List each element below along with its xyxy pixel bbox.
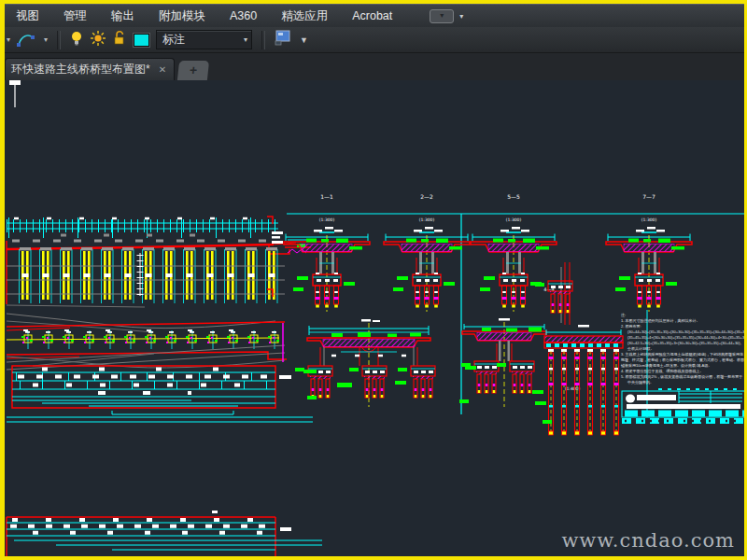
watermark: www.cndao.com (561, 529, 735, 552)
section-scale-3: (1:300) (506, 217, 522, 222)
drawing-tab-active[interactable]: 环快速路主线桥桥型布置图* ✕ (5, 58, 175, 80)
drawing-canvas[interactable]: 1—1 2—2 5—5 7—7 (1:300) (1:300) (1:300) … (5, 80, 744, 556)
spline-icon-glyph (17, 32, 37, 48)
section-label-1: 1—1 (320, 193, 333, 200)
detached-pile-group (535, 281, 572, 313)
section-scale-2: (1:300) (419, 217, 435, 222)
section-label-3: 5—5 (507, 193, 520, 200)
lightbulb-icon[interactable] (70, 30, 83, 50)
menu-item-view[interactable]: 视图 (16, 8, 39, 24)
cross-section-pile-bent (535, 325, 623, 435)
cross-section-mushroom (459, 318, 546, 407)
sun-icon[interactable] (90, 30, 106, 50)
quick-toolbar: ▾ ▾ (5, 27, 744, 53)
toolbar-separator (57, 31, 61, 49)
section-label-2: 2—2 (420, 193, 433, 200)
cross-section-4 (561, 227, 692, 325)
sub-section-scale: (1:400) (565, 386, 581, 391)
cross-section-3 (471, 227, 557, 312)
sun-glyph (90, 30, 106, 47)
monitor-glyph (275, 30, 291, 46)
application-frame: 视图 管理 输出 附加模块 A360 精选应用 Acrobat ▾ ▾ ▾ ▾ (5, 4, 744, 556)
drawing-tab-label: 环快速路主线桥桥型布置图* (11, 62, 150, 77)
section-scale-1: (1:300) (319, 217, 335, 222)
section-scale-4: (1:300) (641, 217, 657, 222)
drawing-notes: 注: 1. 本图尺寸除注明外均以厘米计，高程以米计。 2. 桥跨布置: (30+… (621, 313, 744, 385)
span-table-upper (7, 366, 313, 422)
unlock-icon[interactable] (113, 30, 127, 49)
cursor-artifact (9, 80, 21, 107)
toolbar-overflow-chevron-icon[interactable]: ▼ (300, 35, 308, 45)
monitor-icon[interactable] (275, 30, 291, 49)
color-swatch-cyan[interactable] (134, 34, 149, 47)
elevation-view (7, 217, 313, 332)
menu-item-featured-apps[interactable]: 精选应用 (281, 8, 328, 24)
menu-bar: 视图 管理 输出 附加模块 A360 精选应用 Acrobat ▾ ▾ (5, 4, 744, 27)
span-table-bottom (7, 511, 322, 556)
menu-item-output[interactable]: 输出 (111, 8, 134, 24)
tab-close-icon[interactable]: ✕ (159, 64, 166, 75)
ribbon-minimize-caret-icon[interactable]: ▾ (459, 12, 463, 21)
combo-arrow-icon[interactable]: ▾ (244, 35, 247, 44)
cross-section-2 (384, 227, 470, 312)
toolbar-separator (261, 31, 265, 49)
menu-item-acrobat[interactable]: Acrobat (352, 9, 392, 22)
autocad-window: { "window": { "frame_color": "#f5e400", … (0, 0, 747, 560)
section-label-4: 7—7 (642, 193, 655, 200)
unlock-glyph (113, 30, 127, 46)
annotation-layer-combobox[interactable]: 标注 ▾ (156, 30, 252, 49)
lightbulb-glyph (70, 30, 83, 47)
menu-item-addins[interactable]: 附加模块 (159, 8, 205, 24)
title-block (622, 389, 744, 421)
ribbon-toggle: ▾ ▾ (430, 9, 463, 23)
spline-icon[interactable] (17, 32, 37, 48)
plan-view (7, 322, 287, 370)
note-line: 中央分隔带内。 (621, 380, 744, 385)
new-tab-button[interactable]: + (177, 61, 209, 80)
spline-caret-icon[interactable]: ▾ (44, 35, 48, 44)
toolbar-left-caret-icon[interactable]: ▾ (7, 35, 10, 44)
cross-section-wide (295, 319, 435, 407)
ribbon-minimize-button[interactable]: ▾ (430, 9, 454, 23)
file-tab-bar: 环快速路主线桥桥型布置图* ✕ + (5, 53, 744, 80)
menu-item-manage[interactable]: 管理 (63, 8, 87, 24)
annotation-combo-value: 标注 (162, 32, 185, 48)
menu-item-a360[interactable]: A360 (230, 9, 257, 22)
